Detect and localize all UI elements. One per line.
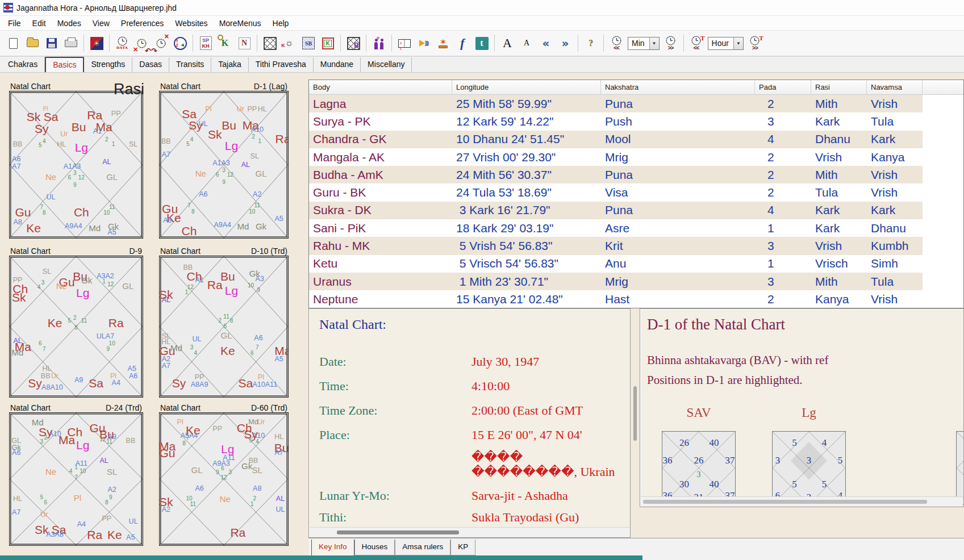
bottom-tab-amsa-rulers[interactable]: Amsa rulers [395,540,450,555]
transit-forward-button[interactable]: T>> [745,32,765,54]
transit-rewind-button[interactable]: T<< [687,32,706,54]
d1-horizontal-scrollbar[interactable] [641,496,963,506]
b-grid-chart-button[interactable]: B [344,32,363,54]
chart-label: 3 [229,470,232,475]
font-decrease-button[interactable]: A [517,32,536,54]
help-button[interactable]: ? [581,32,600,54]
table-row[interactable]: Ketu 5 Vrisch 54' 56.83"Anu1VrischSimh [309,255,963,273]
cell-body: Guru - BK [309,186,452,199]
table-row[interactable]: Rahu - MK 5 Vrish 54' 56.83"Krit3VrishKu… [309,237,963,254]
menu-websites[interactable]: Websites [169,17,213,30]
column-header-navamsa[interactable]: Navamsa [867,80,923,95]
menu-moremenus[interactable]: MoreMenus [214,17,267,30]
tab-chakras[interactable]: Chakras [1,57,45,72]
tab-transits[interactable]: Transits [169,57,211,72]
compatibility-couple-button[interactable]: ♥ [369,32,389,54]
table-row[interactable]: Guru - BK24 Tula 53' 18.69"Visa2TulaVris… [309,183,963,201]
key-chart-button[interactable]: K [215,32,235,54]
facebook-button[interactable]: f [453,32,472,54]
table-row[interactable]: Budha - AmK24 Mith 56' 30.37"Puna2MithVr… [309,166,963,183]
scrollbar-thumb[interactable] [633,386,637,441]
table-row[interactable]: Sani - PiK18 Kark 29' 03.19"Asre1KarkDha… [309,219,963,237]
scrollbar-thumb[interactable] [643,500,927,504]
bav-value: 40 [709,479,719,490]
status-divider-bar [0,555,642,560]
table-row[interactable]: Lagna25 Mith 58' 59.99"Puna2MithVrish [309,95,963,112]
bottom-tab-key-info[interactable]: Key Info [311,540,354,557]
page-previous-button[interactable]: « [536,32,556,54]
cell-rasi: Kark [811,203,867,217]
table-row[interactable]: Chandra - GK10 Dhanu 24' 51.45"Mool4Dhan… [309,131,963,148]
bottom-tab-houses[interactable]: Houses [354,540,395,555]
menu-view[interactable]: View [87,17,115,30]
chart-diagram[interactable]: SLPPChSkGuBuGkNeA3A2112GL34LgKe25118RaAL… [9,256,143,398]
column-header-rasi[interactable]: Rasi [811,80,867,95]
chevron-down-icon[interactable]: ▼ [649,37,659,49]
save-file-button[interactable] [42,32,61,54]
chart-diagram[interactable]: PlKeA5A4PPChMdUrSyA10HL7854MaGuLgBuA7A11… [159,412,289,546]
menu-help[interactable]: Help [267,17,295,30]
print-icon [65,40,77,47]
cell-longitude: 15 Kanya 21' 02.48" [452,292,601,306]
table-row[interactable]: Neptune15 Kanya 21' 02.48"Hast2KanyaVris… [309,290,963,308]
chart-diagram[interactable]: BBChA1RaBuGkA3LgSkAL11210911285SLHLULGLA… [159,256,289,398]
ephemeris-day-night-button[interactable]: ☀ [87,32,106,54]
chart-grid-button[interactable] [260,32,279,54]
chart-label: A8A10 [41,383,63,391]
table-row[interactable]: Sukra - DK 3 Kark 16' 21.79"Puna4KarkKar… [309,202,963,219]
menu-file[interactable]: File [2,17,27,30]
chart-diagram[interactable]: PlSkSaSyUrBuRaPPMaA121BB54HLLgSLA6A7ALA1… [9,91,143,239]
column-header-longitude[interactable]: Longitude [452,80,601,95]
homa-fire-button[interactable]: ✶ [433,32,453,54]
sp-kh-chart-button[interactable]: SPKH [196,32,215,54]
tab-tajaka[interactable]: Tajaka [211,57,248,72]
chart-diagram[interactable]: SaPlUrPPHLSyULSkBuMaA1021RaBB54LgA7SLA1A… [159,91,289,239]
clock-undo-button[interactable]: ✕↶ [132,32,151,54]
menu-preferences[interactable]: Preferences [115,17,169,30]
open-file-button[interactable] [23,32,42,54]
tab-tithi-pravesha[interactable]: Tithi Pravesha [249,57,314,72]
column-header-pada[interactable]: Pada [755,80,811,95]
tab-miscellany[interactable]: Miscellany [361,57,412,72]
column-header-nakshatra[interactable]: Nakshatra [601,80,755,95]
twitter-button[interactable]: t [472,32,491,54]
page-next-button[interactable]: » [556,32,575,54]
clock-redo-button[interactable]: ✕↷ [151,32,170,54]
sb-chart-button[interactable]: SB [299,32,318,54]
sun-k-chart-button[interactable]: ☼K [279,32,299,54]
time-forward-button[interactable]: >> [661,32,681,54]
transit-step-select[interactable]: Hour▼ [708,37,744,50]
table-row[interactable]: Surya - PK12 Kark 59' 14.22"Push3KarkTul… [309,112,963,130]
table-row[interactable]: Uranus 1 Mith 23' 30.71"Mrig3MithTula [309,273,963,290]
key-info-label: Place: [319,428,350,442]
print-button[interactable] [61,32,81,54]
k-box-chart-button[interactable]: K [318,32,337,54]
chart-label: A10 [252,432,265,439]
cell-rasi: Kark [811,222,867,235]
n-chart-button[interactable]: N [235,32,254,54]
scrollbar-thumb[interactable] [337,530,459,534]
chevron-down-icon[interactable]: ▼ [733,37,743,49]
timezone-globe-button[interactable]: TZ◄ [170,32,190,54]
key-info-vertical-scrollbar[interactable] [632,308,639,538]
font-increase-button[interactable]: A [498,32,517,54]
time-rewind-button[interactable]: << [607,32,626,54]
new-document-button[interactable] [3,32,23,54]
tab-dasas[interactable]: Dasas [132,57,169,72]
panchanga-book-button[interactable] [395,32,414,54]
cell-longitude: 12 Kark 59' 14.22" [452,115,601,128]
key-info-horizontal-scrollbar[interactable] [310,527,629,537]
column-header-body[interactable]: Body [309,80,452,95]
tab-basics[interactable]: Basics [45,57,84,72]
time-step-select[interactable]: Min▼ [628,37,660,50]
menu-edit[interactable]: Edit [27,17,52,30]
bottom-tab-kp[interactable]: KP [450,540,475,555]
menu-modes[interactable]: Modes [52,17,87,30]
muhurta-announce-button[interactable]: ))) [414,32,433,54]
table-row[interactable]: Mangala - AK27 Vrish 00' 29.30"Mrig2Vris… [309,148,963,166]
chart-label: 7 [187,203,191,208]
birth-data-clock-button[interactable]: DATA [112,32,132,54]
tab-mundane[interactable]: Mundane [314,57,361,72]
tab-strengths[interactable]: Strengths [84,57,132,72]
chart-diagram[interactable]: MdSyA10ChMaGuBuA9LgGLGkA6321211BBALA11Ne… [9,412,143,546]
